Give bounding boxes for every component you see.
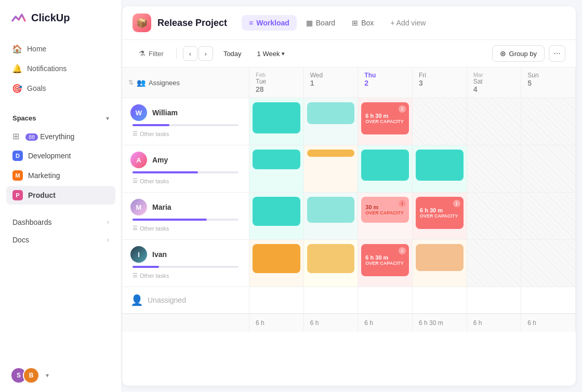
ivan-other-tasks[interactable]: ☰ Other tasks <box>130 271 241 280</box>
ivan-cell-1[interactable] <box>304 240 359 287</box>
ivan-cell-5[interactable] <box>521 240 576 287</box>
maria-cell-0[interactable] <box>249 193 304 239</box>
sidebar-item-product[interactable]: P Product <box>6 186 115 205</box>
william-info-icon: i <box>399 105 406 113</box>
maria-cell-1[interactable] <box>304 193 359 239</box>
unassigned-cell-2[interactable] <box>358 287 413 313</box>
unassigned-cell-1[interactable] <box>304 287 359 313</box>
footer-cell-0: 6 h <box>249 314 304 332</box>
amy-other-tasks[interactable]: ☰ Other tasks <box>130 177 241 185</box>
col-day-3: Fri <box>419 72 460 79</box>
amy-cell-3[interactable] <box>413 145 467 192</box>
amy-progress-fill <box>133 171 198 173</box>
box-tab-icon: ⊞ <box>352 19 358 27</box>
ivan-cell-2[interactable]: 6 h 30 m OVER CAPACITY i <box>358 240 413 287</box>
sort-icon: ⇅ <box>128 79 134 86</box>
unassigned-cell-0[interactable] <box>249 287 304 313</box>
col-date-3: 3 <box>419 79 460 87</box>
sidebar-item-marketing[interactable]: M Marketing <box>6 166 115 185</box>
amy-cell-0[interactable] <box>249 145 304 192</box>
maria-other-tasks[interactable]: ☰ Other tasks <box>130 224 241 233</box>
amy-profile: A Amy <box>130 152 241 168</box>
amy-avatar: A <box>130 152 147 168</box>
maria-cell-5[interactable] <box>521 193 576 239</box>
everything-badge: 88 <box>25 133 38 141</box>
spaces-title: Spaces <box>12 114 36 122</box>
col-date-2: 2 <box>364 79 406 87</box>
amy-other-tasks-label: Other tasks <box>140 178 169 184</box>
sidebar-item-development[interactable]: D Development <box>6 146 115 165</box>
footer-row: 6 h 6 h 6 h 6 h 30 m 6 h 6 h <box>122 314 576 332</box>
william-cell-2[interactable]: 6 h 30 m OVER CAPACITY i <box>358 98 413 145</box>
main-content: 📦 Release Project ≡ Workload ▦ Board ⊞ B… <box>122 6 576 386</box>
logo-text: ClickUp <box>31 12 70 24</box>
william-name: William <box>152 109 178 117</box>
amy-row: A Amy ☰ Other tasks <box>122 145 576 193</box>
maria-progress-fill <box>133 219 207 221</box>
ivan-profile: I Ivan <box>130 246 241 263</box>
william-avatar: W <box>130 104 147 121</box>
dashboards-label: Dashboards <box>12 218 52 226</box>
col-day-2: Thu <box>364 72 406 79</box>
today-button[interactable]: Today <box>217 47 248 61</box>
sidebar-item-everything[interactable]: ⊞ 88 Everything <box>6 127 115 145</box>
board-tab-icon: ▦ <box>306 19 313 27</box>
unassigned-info: 👤 Unassigned <box>122 287 249 313</box>
spaces-collapse-icon: ▾ <box>106 115 109 122</box>
grid-container: ⇅ 👥 Assignees Feb Tue 28 Wed 1 Thu 2 <box>122 67 576 386</box>
tab-board[interactable]: ▦ Board <box>299 15 342 31</box>
tab-workload[interactable]: ≡ Workload <box>242 15 297 31</box>
unassigned-cell-3[interactable] <box>413 287 467 313</box>
maria-cell-2[interactable]: 30 m OVER CAPACITY i <box>358 193 413 239</box>
amy-cell-1[interactable] <box>304 145 359 192</box>
prev-arrow-button[interactable]: ‹ <box>183 46 197 61</box>
docs-label: Docs <box>12 236 29 244</box>
col-header-0: Feb Tue 28 <box>249 67 304 98</box>
william-cell-1[interactable] <box>304 98 359 145</box>
maria-row: M Maria ☰ Other tasks 30 m <box>122 193 576 240</box>
william-other-tasks[interactable]: ☰ Other tasks <box>130 129 241 138</box>
william-profile: W William <box>130 104 241 121</box>
spaces-header[interactable]: Spaces ▾ <box>6 111 115 125</box>
sidebar-item-notifications[interactable]: 🔔 Notifications <box>6 59 115 78</box>
william-cell-5[interactable] <box>521 98 576 145</box>
filter-button[interactable]: ⚗ Filter <box>133 46 170 61</box>
sidebar-item-dashboards[interactable]: Dashboards › <box>6 214 115 231</box>
ivan-avatar: I <box>130 246 147 263</box>
ivan-cell-3[interactable] <box>413 240 467 287</box>
sidebar: ClickUp 🏠 Home 🔔 Notifications 🎯 Goals S… <box>0 0 122 392</box>
next-arrow-button[interactable]: › <box>199 46 213 61</box>
home-icon: 🏠 <box>12 44 22 53</box>
col-header-4: Mar Sat 4 <box>467 67 522 98</box>
sidebar-item-docs[interactable]: Docs › <box>6 232 115 248</box>
col-header-3: Fri 3 <box>413 67 467 98</box>
week-selector[interactable]: 1 Week ▾ <box>252 47 290 61</box>
sidebar-footer: S B ▾ <box>0 359 122 392</box>
ivan-cell-0[interactable] <box>249 240 304 287</box>
william-cell-4[interactable] <box>467 98 522 145</box>
william-cell-3[interactable] <box>413 98 467 145</box>
today-label: Today <box>223 50 242 58</box>
william-progress-bg <box>133 124 239 126</box>
amy-cell-5[interactable] <box>521 145 576 192</box>
ivan-cell-4[interactable] <box>467 240 522 287</box>
william-cell-0[interactable] <box>249 98 304 145</box>
amy-cell-2[interactable] <box>358 145 413 192</box>
more-options-button[interactable]: ··· <box>549 45 565 62</box>
col-header-2: Thu 2 <box>358 67 413 98</box>
sidebar-item-home[interactable]: 🏠 Home <box>6 39 115 58</box>
amy-cell-4[interactable] <box>467 145 522 192</box>
maria-cell-3[interactable]: 6 h 30 m OVER CAPACITY i <box>413 193 467 239</box>
avatar-stack: S B <box>10 367 39 384</box>
maria-cell-4[interactable] <box>467 193 522 239</box>
add-view-button[interactable]: + Add view <box>383 15 433 31</box>
unassigned-cell-5[interactable] <box>521 287 576 313</box>
group-by-button[interactable]: ⊛ Group by <box>492 45 545 62</box>
filter-label: Filter <box>149 50 164 58</box>
unassigned-cell-4[interactable] <box>467 287 522 313</box>
ivan-row: I Ivan ☰ Other tasks 6 h 30 m <box>122 240 576 287</box>
col-header-1: Wed 1 <box>304 67 359 98</box>
william-over-capacity-sub: OVER CAPACITY <box>365 119 405 124</box>
sidebar-item-goals[interactable]: 🎯 Goals <box>6 79 115 98</box>
tab-box[interactable]: ⊞ Box <box>345 15 381 31</box>
